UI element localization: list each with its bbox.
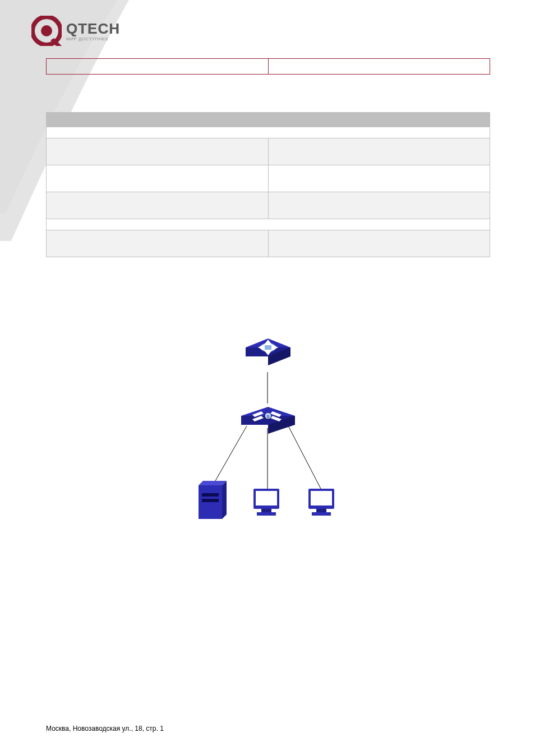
doc-hdr-left bbox=[47, 59, 269, 75]
svg-point-1 bbox=[41, 25, 52, 36]
table-group-row-2 bbox=[47, 219, 490, 230]
svg-marker-26 bbox=[222, 481, 227, 519]
svg-rect-34 bbox=[311, 491, 332, 505]
svg-rect-32 bbox=[257, 512, 276, 516]
doc-header-row bbox=[47, 59, 490, 75]
command-table bbox=[46, 112, 490, 257]
svg-text:S: S bbox=[266, 414, 269, 419]
doc-hdr-right bbox=[268, 59, 490, 75]
desc-cell bbox=[268, 192, 490, 219]
svg-line-4 bbox=[211, 426, 247, 489]
pc-icon bbox=[308, 489, 334, 516]
svg-rect-28 bbox=[202, 499, 219, 502]
network-diagram: S bbox=[191, 325, 344, 527]
table-row bbox=[47, 138, 490, 165]
cmd-cell bbox=[47, 192, 269, 219]
logo: QTECH МИР ДОСТУПНЕЕ bbox=[31, 16, 120, 46]
cmd-cell bbox=[47, 138, 269, 165]
svg-rect-36 bbox=[312, 512, 331, 516]
svg-rect-31 bbox=[261, 509, 271, 512]
cmd-cell bbox=[47, 165, 269, 192]
doc-header-table bbox=[46, 58, 490, 75]
cmd-cell bbox=[47, 230, 269, 257]
table-group-row-1 bbox=[47, 127, 490, 138]
logo-icon bbox=[31, 16, 62, 46]
desc-cell bbox=[268, 230, 490, 257]
router-icon bbox=[246, 338, 290, 365]
desc-cell bbox=[268, 165, 490, 192]
cmd-col-header bbox=[47, 113, 269, 127]
svg-line-6 bbox=[288, 426, 321, 489]
server-icon bbox=[199, 481, 227, 519]
desc-col-header bbox=[268, 113, 490, 127]
table-row bbox=[47, 230, 490, 257]
logo-brand-text: QTECH bbox=[66, 20, 120, 38]
group2-label bbox=[47, 219, 490, 230]
page-footer-address: Москва, Новозаводская ул., 18, стр. 1 bbox=[46, 725, 164, 732]
desc-cell bbox=[268, 138, 490, 165]
table-row bbox=[47, 192, 490, 219]
svg-rect-35 bbox=[316, 509, 326, 512]
group1-label bbox=[47, 127, 490, 138]
svg-marker-25 bbox=[199, 481, 227, 485]
table-row bbox=[47, 165, 490, 192]
pc-icon bbox=[253, 489, 279, 516]
svg-rect-30 bbox=[256, 491, 277, 505]
switch-icon: S bbox=[241, 407, 295, 434]
svg-rect-27 bbox=[202, 493, 219, 497]
